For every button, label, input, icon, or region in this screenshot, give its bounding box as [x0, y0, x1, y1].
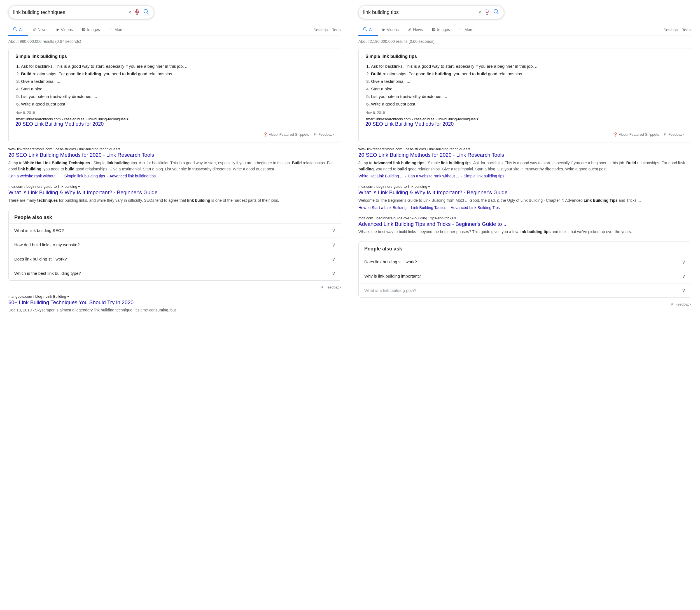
- flag-icon-feedback-right: 🏳: [671, 302, 674, 306]
- result-links-1-right: White Hat Link Building ... · Can a webs…: [358, 174, 691, 178]
- paa-title-left: People also ask: [9, 210, 341, 223]
- mic-icon-left[interactable]: [134, 9, 140, 16]
- result-sublink-r2c[interactable]: Advanced Link Building Tips: [451, 205, 500, 210]
- more-dots-icon-right: ⋮: [459, 28, 463, 32]
- search-input-right[interactable]: [363, 10, 478, 15]
- result-sublink-r1c[interactable]: Simple link building tips: [464, 174, 504, 178]
- chevron-down-icon-3-right: ∨: [682, 287, 685, 293]
- result-title-1-left[interactable]: 20 SEO Link Building Methods for 2020 - …: [9, 152, 154, 158]
- result-title-1-right[interactable]: 20 SEO Link Building Methods for 2020 - …: [358, 152, 504, 158]
- left-panel: × All 🗞 News ▶ Videos 🖼: [0, 0, 350, 610]
- paa-item-4-left[interactable]: Which is the best link building type? ∨: [9, 266, 341, 280]
- tab-more-label-right: More: [465, 28, 473, 32]
- result-snippet-3-right: What's the best way to build links - bey…: [358, 229, 691, 235]
- svg-line-6: [16, 30, 17, 31]
- settings-link-right[interactable]: Settings: [664, 28, 678, 32]
- svg-line-4: [147, 13, 149, 14]
- search-bar-left: ×: [9, 5, 154, 19]
- featured-snippet-list-right: Ask for backlinks. This is a good way to…: [365, 62, 684, 108]
- result-snippet-1-right: Jump to Advanced link building tips - Si…: [358, 160, 691, 172]
- tools-link-left[interactable]: Tools: [332, 28, 341, 32]
- svg-line-12: [366, 30, 367, 31]
- result-url-1-left: www.linkresearchtools.com › case-studies…: [9, 147, 341, 151]
- tab-images-right[interactable]: 🖼 Images: [427, 25, 454, 35]
- clear-icon-right[interactable]: ×: [478, 10, 481, 15]
- result-snippet-2-left: There are many techniques for building l…: [9, 197, 341, 204]
- result-title-2-right[interactable]: What Is Link Building & Why Is It Import…: [358, 190, 514, 195]
- result-url-3-right: moz.com › beginners-guide-to-link-buildi…: [358, 216, 691, 220]
- snippet-item-2: Build relationships. For good link build…: [21, 70, 334, 78]
- paa-item-2-right[interactable]: Why is link building important? ∨: [359, 269, 691, 283]
- tab-all-left[interactable]: All: [9, 24, 28, 36]
- about-featured-snippets-right[interactable]: ❓ About Featured Snippets: [613, 132, 659, 137]
- snippet-item-r1: Ask for backlinks. This is a good way to…: [371, 62, 684, 70]
- result-url-last-left: mangools.com › blog › Link Building ▾: [9, 294, 341, 299]
- result-sublink-1a[interactable]: Can a website rank without ...: [9, 174, 60, 178]
- about-featured-snippets-left[interactable]: ❓ About Featured Snippets: [263, 132, 309, 137]
- paa-item-1-left[interactable]: What is link building SEO? ∨: [9, 223, 341, 238]
- search-result-1-left: www.linkresearchtools.com › case-studies…: [9, 147, 341, 178]
- paa-item-3-right[interactable]: What is a link building plan? ∨: [359, 283, 691, 298]
- result-sublink-r2b[interactable]: Link Building Tactics: [411, 205, 446, 210]
- snippet-item-r3: Give a testimonial. ...: [371, 78, 684, 85]
- snippet-item-r5: List your site in trustworthy directorie…: [371, 93, 684, 100]
- tab-all-right[interactable]: All: [358, 24, 378, 36]
- result-snippet-2-right: Welcome to The Beginner's Guide to Link …: [358, 197, 691, 204]
- snippet-item-r2: Build relationships. For good link build…: [371, 70, 684, 78]
- flag-icon-right: 🏳: [664, 132, 667, 137]
- featured-snippet-left: Simple link building tips Ask for backli…: [9, 48, 341, 142]
- paa-item-1-right[interactable]: Does link building still work? ∨: [359, 255, 691, 269]
- tools-link-right[interactable]: Tools: [682, 28, 691, 32]
- paa-item-2-left[interactable]: How do I build links to my website? ∨: [9, 238, 341, 252]
- result-sublink-1b[interactable]: Simple link building tips: [64, 174, 105, 178]
- more-dots-icon-left: ⋮: [109, 28, 113, 32]
- mic-icon-right[interactable]: [484, 9, 490, 16]
- result-sublink-r1a[interactable]: White Hat Link Building ...: [358, 174, 403, 178]
- snippet-item-4: Start a blog. ...: [21, 85, 334, 93]
- search-input-left[interactable]: [13, 10, 128, 15]
- tab-news-label-right: News: [413, 28, 423, 32]
- tab-news-left[interactable]: 🗞 News: [28, 25, 52, 35]
- news-icon-left: 🗞: [32, 28, 36, 32]
- snippet-item-5: List your site in trustworthy directorie…: [21, 93, 334, 100]
- tab-more-left[interactable]: ⋮ More: [105, 25, 128, 35]
- snippet-date-right: Nov 6, 2019: [365, 111, 684, 115]
- snippet-item-r4: Start a blog. ...: [371, 85, 684, 93]
- paa-item-3-left[interactable]: Does link building still work? ∨: [9, 252, 341, 266]
- feedback-row-left[interactable]: 🏳 Feedback: [9, 285, 341, 289]
- snippet-source-url-left: smart.linkresearchtools.com › case-studi…: [15, 117, 334, 121]
- feedback-link-snippet-right[interactable]: 🏳 Feedback: [664, 132, 684, 137]
- feedback-row-right[interactable]: 🏳 Feedback: [358, 302, 691, 306]
- videos-icon-left: ▶: [57, 28, 59, 32]
- result-sublink-1c[interactable]: Advanced link building tips: [109, 174, 156, 178]
- feedback-link-snippet-left[interactable]: 🏳 Feedback: [314, 132, 334, 137]
- videos-icon-right: ▶: [383, 28, 385, 32]
- images-icon-right: 🖼: [432, 28, 435, 32]
- search-bar-container-left: ×: [9, 5, 341, 19]
- result-sublink-r2a[interactable]: How to Start a Link Building: [358, 205, 407, 210]
- tab-more-right[interactable]: ⋮ More: [454, 25, 478, 35]
- snippet-source-link-left[interactable]: 20 SEO Link Building Methods for 2020: [15, 121, 104, 127]
- snippet-source-url-right: smart.linkresearchtools.com › case-studi…: [365, 117, 684, 121]
- result-snippet-1-left: Jump to White Hat Link Building Techniqu…: [9, 160, 341, 172]
- result-title-2-left[interactable]: What Is Link Building & Why Is It Import…: [9, 190, 164, 195]
- clear-icon-left[interactable]: ×: [128, 10, 131, 15]
- result-title-3-right[interactable]: Advanced Link Building Tips and Tricks -…: [358, 221, 508, 227]
- result-title-last-left[interactable]: 60+ Link Building Techniques You Should …: [9, 300, 134, 305]
- chevron-down-icon-1-right: ∨: [682, 259, 685, 265]
- result-sublink-r1b[interactable]: Can a website rank without ...: [408, 174, 459, 178]
- tab-images-left[interactable]: 🖼 Images: [77, 25, 105, 35]
- tab-news-right[interactable]: 🗞 News: [403, 25, 427, 35]
- search-icon-right[interactable]: [493, 9, 499, 16]
- tab-videos-left[interactable]: ▶ Videos: [52, 25, 78, 35]
- tab-videos-right[interactable]: ▶ Videos: [378, 25, 404, 35]
- search-bar-container-right: ×: [358, 5, 691, 19]
- tab-all-label-left: All: [19, 28, 24, 32]
- featured-snippet-right: Simple link building tips Ask for backli…: [358, 48, 691, 142]
- settings-link-left[interactable]: Settings: [314, 28, 328, 32]
- question-icon-left: ❓: [263, 132, 268, 137]
- all-icon-right: [363, 27, 367, 32]
- snippet-source-link-right[interactable]: 20 SEO Link Building Methods for 2020: [365, 121, 454, 127]
- flag-icon-feedback-left: 🏳: [321, 285, 324, 289]
- search-icon-left[interactable]: [143, 9, 149, 16]
